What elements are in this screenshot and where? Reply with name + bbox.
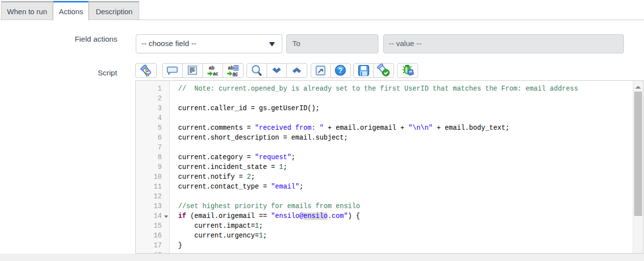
svg-text:ac: ac xyxy=(213,71,219,76)
svg-text:?: ? xyxy=(338,67,343,74)
svg-text:ab: ab xyxy=(209,65,215,70)
svg-text:ab: ab xyxy=(228,65,234,70)
svg-text:ac: ac xyxy=(232,71,238,76)
